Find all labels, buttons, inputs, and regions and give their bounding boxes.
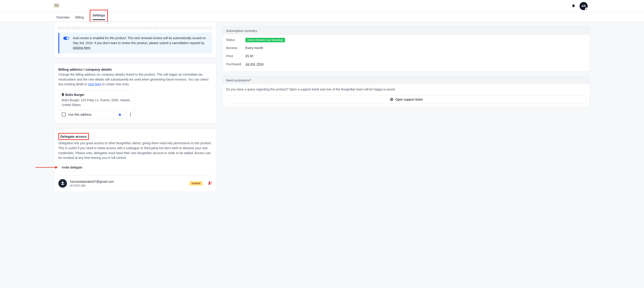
lifebuoy-icon: [390, 98, 394, 101]
billing-desc-pre: Change the billing address (or company d…: [58, 73, 208, 86]
summary-renews-value: Every month: [246, 46, 586, 50]
autorenew-text-pre: Auto-renew is enabled for this product. …: [73, 36, 206, 45]
logo-icon[interactable]: [54, 3, 59, 8]
svg-point-1: [130, 114, 131, 115]
address-lines: Bobs Burger, 123 Patty Ln, Puerto, 5555,…: [62, 98, 132, 107]
delegate-time: an hour ago: [70, 183, 186, 187]
svg-point-6: [391, 99, 392, 100]
address-card: Bobs Burger Bobs Burger, 123 Patty Ln, P…: [58, 90, 135, 119]
summary-status-label: Status: [226, 38, 246, 42]
summary-renews-label: Renews: [226, 46, 246, 50]
person-icon: [60, 181, 65, 185]
delegate-list-item: harutowatanabe97@gmail.com an hour ago I…: [58, 179, 212, 188]
address-name: Bobs Burger: [62, 93, 132, 97]
click-here-link[interactable]: click here: [88, 82, 102, 86]
assistance-text: Do you have a query regarding this produ…: [226, 87, 586, 92]
billing-desc-post: to create new ones.: [102, 82, 130, 86]
annotation-highlight-settings: Settings: [90, 10, 108, 22]
autorenew-card: Auto-renew is enabled for this product. …: [54, 22, 216, 58]
invited-badge: Invited: [189, 181, 202, 186]
summary-price-label: Price: [226, 54, 246, 58]
use-address-checkbox[interactable]: [62, 113, 66, 117]
address-more-button[interactable]: [126, 110, 135, 119]
use-address-option[interactable]: Use this address: [58, 110, 114, 119]
tab-settings[interactable]: Settings: [92, 11, 105, 20]
annotation-highlight-delegate: Delegate access: [58, 133, 89, 140]
remove-delegate-button[interactable]: [208, 181, 212, 185]
bell-icon[interactable]: [572, 4, 576, 8]
billing-address-card: Billing address / company details Change…: [54, 63, 216, 123]
summary-purchased-value: Jul 3rd, 2024: [246, 62, 264, 66]
subscription-summary-card: Subscription summary Status Active (rene…: [223, 26, 590, 72]
truncated-text: [58, 26, 212, 29]
chevron-down-icon: ▾: [585, 7, 588, 10]
tab-overview[interactable]: Overview: [56, 13, 70, 21]
autorenew-text: Auto-renew is enabled for this product. …: [73, 36, 208, 50]
more-vertical-icon: [130, 113, 131, 116]
summary-price-value: £5.00: [246, 54, 586, 58]
tabbar: Overview Billing Settings: [0, 12, 644, 22]
delegate-desc: Delegation lets you grant access to othe…: [58, 141, 212, 160]
summary-purchased-label: Purchased: [226, 62, 246, 66]
svg-point-2: [130, 116, 131, 116]
open-support-ticket-button[interactable]: Open support ticket: [226, 95, 586, 104]
assistance-heading: Need assistance?: [223, 76, 590, 84]
billing-address-desc: Change the billing address (or company d…: [58, 72, 212, 87]
avatar[interactable]: AR ▾: [580, 2, 588, 10]
autorenew-toggle[interactable]: [63, 37, 69, 40]
billing-address-title: Billing address / company details: [58, 67, 212, 71]
user-remove-icon: [208, 181, 212, 184]
tab-billing[interactable]: Billing: [75, 13, 84, 21]
cancel-request-link[interactable]: clicking here: [73, 46, 90, 49]
autorenew-text-post: .: [90, 46, 91, 49]
use-address-label: Use this address: [68, 113, 92, 116]
need-assistance-card: Need assistance? Do you have a query reg…: [223, 76, 590, 107]
avatar-initials: AR: [582, 4, 586, 8]
svg-point-0: [130, 113, 131, 114]
summary-heading: Subscription summary: [223, 27, 590, 35]
star-icon: [118, 113, 122, 116]
annotation-arrow: [36, 166, 58, 169]
invite-delegate-button[interactable]: Invite delegate: [58, 163, 86, 171]
support-button-label: Open support ticket: [395, 98, 422, 101]
svg-marker-4: [55, 166, 58, 169]
pin-icon: [62, 93, 64, 96]
address-star-button[interactable]: [114, 110, 126, 119]
delegate-access-card: Delegate access Delegation lets you gran…: [54, 129, 216, 192]
status-badge: Active (renews Last Saturday): [246, 38, 285, 42]
delegate-title: Delegate access: [60, 135, 87, 138]
delegate-avatar: [58, 179, 67, 188]
address-name-text: Bobs Burger: [65, 93, 84, 97]
delegate-email: harutowatanabe97@gmail.com: [70, 180, 186, 183]
